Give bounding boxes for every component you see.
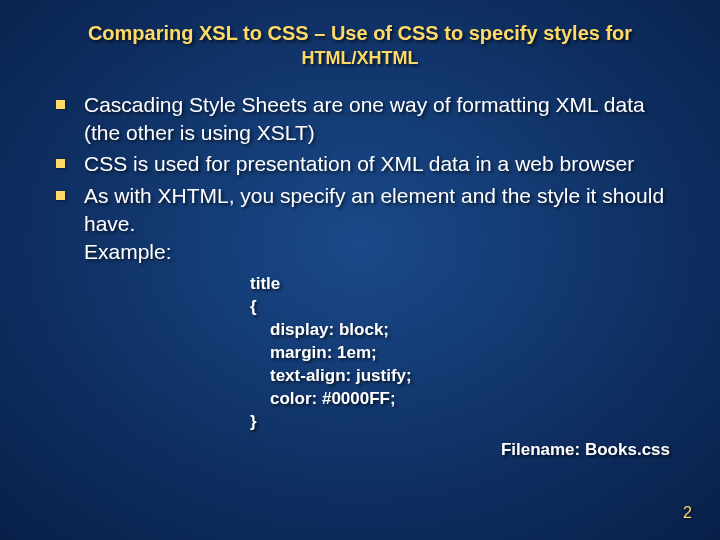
- code-line: margin: 1em;: [250, 342, 680, 365]
- list-item: Cascading Style Sheets are one way of fo…: [50, 91, 680, 146]
- bullet-list: Cascading Style Sheets are one way of fo…: [50, 91, 680, 265]
- slide-title-line1: Comparing XSL to CSS – Use of CSS to spe…: [40, 20, 680, 46]
- code-line: }: [250, 411, 680, 434]
- code-line: color: #0000FF;: [250, 388, 680, 411]
- page-number: 2: [683, 504, 692, 522]
- filename-label: Filename: Books.css: [40, 440, 670, 460]
- code-line: title: [250, 273, 680, 296]
- code-example: title { display: block; margin: 1em; tex…: [250, 273, 680, 434]
- list-item: CSS is used for presentation of XML data…: [50, 150, 680, 178]
- slide-title-line2: HTML/XHTML: [40, 48, 680, 69]
- list-item: As with XHTML, you specify an element an…: [50, 182, 680, 265]
- code-line: text-align: justify;: [250, 365, 680, 388]
- slide: Comparing XSL to CSS – Use of CSS to spe…: [0, 0, 720, 540]
- code-line: {: [250, 296, 680, 319]
- code-line: display: block;: [250, 319, 680, 342]
